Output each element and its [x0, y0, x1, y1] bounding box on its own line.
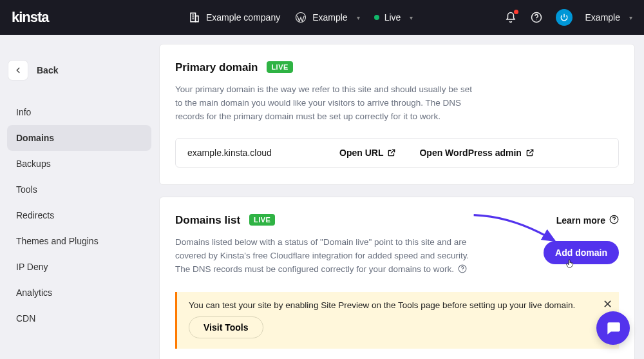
primary-domain-desc: Your primary domain is the way we refer …: [175, 83, 478, 124]
sidebar-item-info[interactable]: Info: [7, 99, 151, 125]
wordpress-icon: [294, 11, 307, 24]
intercom-chat-button[interactable]: [596, 311, 630, 345]
primary-domain-card: Primary domain LIVE Your primary domain …: [159, 44, 635, 185]
company-icon: [188, 11, 201, 24]
external-link-icon: [526, 148, 535, 157]
open-url-link[interactable]: Open URL: [339, 148, 396, 158]
add-domain-button[interactable]: Add domain: [544, 241, 619, 264]
site-label: Example: [312, 12, 347, 23]
sidebar: Back Info Domains Backups Tools Redirect…: [0, 35, 151, 359]
tip-text: You can test your site by enabling Site …: [189, 300, 607, 310]
notification-dot: [514, 10, 518, 14]
back-button[interactable]: Back: [7, 61, 151, 80]
user-menu[interactable]: Example ▾: [585, 12, 632, 23]
live-badge: LIVE: [249, 214, 275, 226]
sidebar-item-domains[interactable]: Domains: [7, 125, 151, 151]
kinsta-logo[interactable]: kinsta: [12, 9, 70, 26]
help-button[interactable]: [530, 11, 543, 24]
chevron-down-icon: ▾: [629, 14, 632, 21]
gravatar-icon[interactable]: [556, 9, 573, 26]
svg-text:kinsta: kinsta: [12, 9, 50, 25]
sidebar-item-cdn[interactable]: CDN: [7, 306, 151, 331]
site-preview-tip: You can test your site by enabling Site …: [175, 292, 619, 349]
primary-domain-row: example.kinsta.cloud Open URL Open WordP…: [175, 138, 619, 168]
user-label: Example: [585, 12, 620, 23]
arrow-left-icon: [8, 61, 28, 80]
visit-tools-button[interactable]: Visit Tools: [189, 316, 263, 338]
primary-domain-title: Primary domain: [175, 61, 258, 74]
external-link-icon: [387, 148, 396, 157]
svg-point-12: [462, 270, 462, 271]
site-switcher[interactable]: Example ▾: [294, 11, 359, 24]
help-icon: [609, 215, 619, 226]
svg-point-8: [536, 19, 536, 20]
env-switcher[interactable]: Live ▾: [374, 12, 413, 23]
domains-list-card: Domains list LIVE Learn more Domains lis…: [159, 197, 635, 359]
sidebar-item-themes-plugins[interactable]: Themes and Plugins: [7, 228, 151, 254]
domains-list-title: Domains list: [175, 214, 240, 227]
help-icon[interactable]: [458, 264, 467, 278]
sidebar-item-ip-deny[interactable]: IP Deny: [7, 254, 151, 280]
primary-domain-value: example.kinsta.cloud: [187, 148, 316, 158]
sidebar-item-redirects[interactable]: Redirects: [7, 202, 151, 228]
chevron-down-icon: ▾: [410, 14, 413, 21]
topbar-right: Example ▾: [504, 9, 632, 26]
notifications-button[interactable]: [504, 11, 517, 24]
main-content: Primary domain LIVE Your primary domain …: [151, 35, 644, 359]
svg-rect-2: [196, 16, 199, 22]
live-badge: LIVE: [267, 61, 292, 73]
company-label: Example company: [206, 12, 280, 23]
close-tip-button[interactable]: ✕: [603, 297, 612, 311]
env-label: Live: [384, 12, 401, 23]
chat-icon: [605, 320, 621, 336]
live-dot-icon: [374, 15, 379, 20]
sidebar-item-backups[interactable]: Backups: [7, 151, 151, 177]
topbar: kinsta Example company Example ▾ Live ▾: [0, 0, 644, 35]
back-label: Back: [37, 65, 58, 75]
open-wp-admin-link[interactable]: Open WordPress admin: [419, 148, 534, 158]
help-icon: [530, 11, 543, 24]
sidebar-item-tools[interactable]: Tools: [7, 177, 151, 202]
close-icon: ✕: [603, 298, 612, 311]
chevron-down-icon: ▾: [357, 14, 360, 21]
domains-list-desc: Domains listed below with a status of "D…: [175, 236, 471, 278]
company-switcher[interactable]: Example company: [188, 11, 280, 24]
svg-point-10: [614, 221, 614, 222]
learn-more-link[interactable]: Learn more: [556, 215, 619, 226]
sidebar-item-analytics[interactable]: Analytics: [7, 280, 151, 306]
